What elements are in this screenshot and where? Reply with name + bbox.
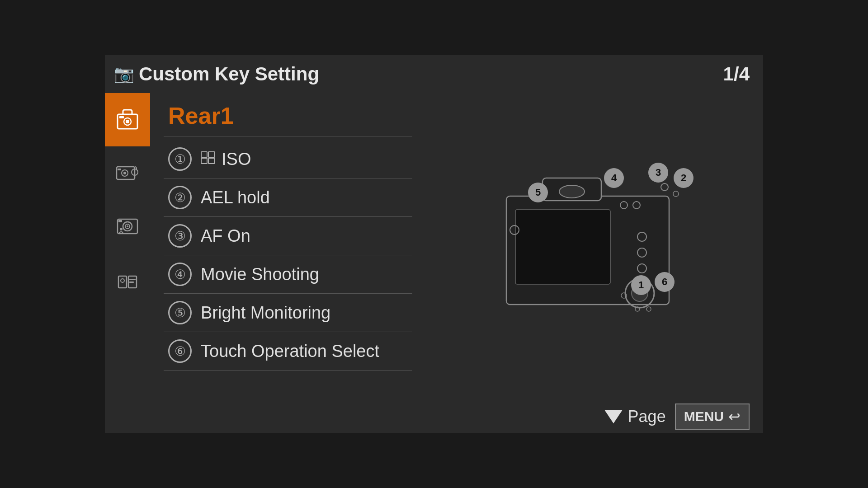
badge-3: 3 xyxy=(648,163,668,183)
svg-rect-19 xyxy=(129,282,134,283)
sidebar-item-other[interactable] xyxy=(105,253,150,306)
screen: 📷 Custom Key Setting 1/4 xyxy=(105,55,763,433)
rear2-icon xyxy=(114,160,141,187)
svg-point-40 xyxy=(673,191,679,197)
camera-svg: 1 2 3 4 5 6 xyxy=(479,160,696,332)
rear1-icon xyxy=(114,106,141,133)
badge-2: 2 xyxy=(674,168,693,188)
svg-rect-27 xyxy=(515,210,610,284)
menu-item-2[interactable]: ② AEL hold xyxy=(164,178,412,217)
svg-point-6 xyxy=(123,172,126,174)
menu-item-5[interactable]: ⑤ Bright Monitoring xyxy=(164,294,412,332)
svg-point-12 xyxy=(127,225,128,227)
menu-label: MENU xyxy=(684,409,724,424)
svg-rect-3 xyxy=(119,116,124,118)
section-header: Rear1 xyxy=(164,98,412,136)
page-triangle-icon xyxy=(604,410,623,423)
footer: Page MENU ↩ xyxy=(105,399,763,435)
sidebar-item-rear1[interactable] xyxy=(105,93,150,146)
sidebar-item-rear2[interactable] xyxy=(105,146,150,200)
svg-point-16 xyxy=(121,279,124,282)
sidebar xyxy=(105,93,150,399)
header: 📷 Custom Key Setting 1/4 xyxy=(105,55,763,93)
camera-diagram: 1 2 3 4 5 6 xyxy=(412,93,763,399)
content-area: Rear1 ① I xyxy=(150,93,763,399)
footer-page: Page xyxy=(604,407,666,426)
svg-point-39 xyxy=(661,183,668,191)
number-circle-1: ① xyxy=(168,147,192,171)
page-title: Custom Key Setting xyxy=(139,63,319,85)
menu-button[interactable]: MENU ↩ xyxy=(675,404,750,430)
item-label-5: Bright Monitoring xyxy=(201,303,330,323)
other-icon xyxy=(114,266,141,293)
svg-rect-21 xyxy=(201,158,207,164)
badge-1: 1 xyxy=(631,275,651,295)
item-label-3: AF On xyxy=(201,226,250,246)
svg-point-14 xyxy=(120,228,123,230)
item-label-2: AEL hold xyxy=(201,188,270,207)
number-circle-6: ⑥ xyxy=(168,339,192,363)
menu-item-4[interactable]: ④ Movie Shooting xyxy=(164,255,412,294)
svg-rect-23 xyxy=(208,158,215,164)
badge-5: 5 xyxy=(528,183,548,202)
svg-point-26 xyxy=(559,185,585,198)
item-label-4: Movie Shooting xyxy=(201,265,319,284)
menu-item-6[interactable]: ⑥ Touch Operation Select xyxy=(164,332,412,371)
menu-item-3[interactable]: ③ AF On xyxy=(164,217,412,255)
number-circle-2: ② xyxy=(168,186,192,209)
svg-rect-22 xyxy=(208,152,215,157)
page-label: Page xyxy=(628,407,666,426)
header-title: 📷 Custom Key Setting xyxy=(114,63,319,85)
item-label-1: ISO xyxy=(201,150,251,169)
badge-6: 6 xyxy=(655,272,675,292)
svg-rect-7 xyxy=(118,169,121,170)
return-arrow-icon: ↩ xyxy=(728,408,741,425)
iso-icon xyxy=(201,151,215,167)
number-circle-5: ⑤ xyxy=(168,301,192,324)
menu-list: Rear1 ① I xyxy=(150,93,412,399)
svg-rect-13 xyxy=(118,220,122,222)
custom-key-icon: 📷 xyxy=(114,65,134,84)
number-circle-4: ④ xyxy=(168,263,192,286)
menu-item-1[interactable]: ① ISO xyxy=(164,140,412,178)
main-layout: Rear1 ① I xyxy=(105,93,763,399)
item-label-6: Touch Operation Select xyxy=(201,342,379,361)
svg-point-37 xyxy=(646,307,651,311)
front-icon xyxy=(114,213,141,240)
svg-rect-18 xyxy=(129,279,136,280)
sidebar-item-front[interactable] xyxy=(105,200,150,253)
badge-4: 4 xyxy=(604,168,624,188)
svg-point-2 xyxy=(126,120,129,123)
number-circle-3: ③ xyxy=(168,224,192,248)
page-indicator: 1/4 xyxy=(723,63,750,85)
svg-rect-20 xyxy=(201,152,207,157)
